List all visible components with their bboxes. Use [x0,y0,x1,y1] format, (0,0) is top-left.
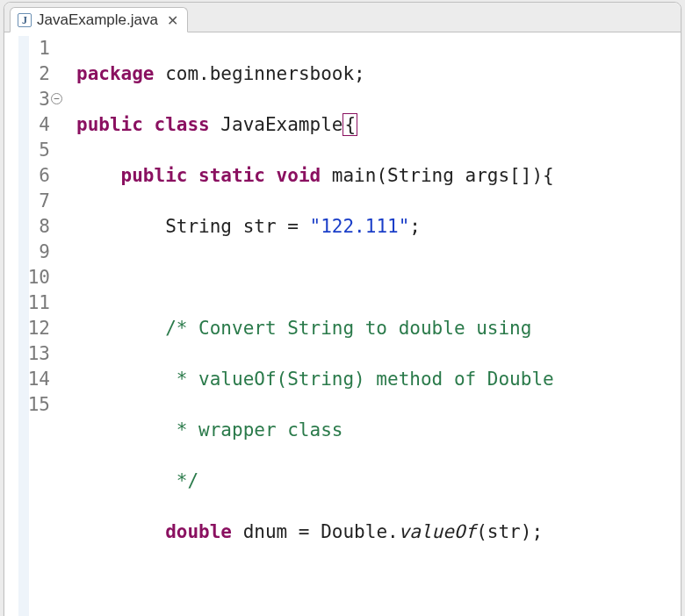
line-number: 15 [18,392,50,418]
close-icon[interactable]: ✕ [167,12,178,29]
code-editor[interactable]: 1 2 3− 4 5 6 7 8 9 10 11 12 13 14 15 pac… [4,32,681,616]
line-number: 4 [18,112,50,138]
line-number: 6 [18,163,50,189]
line-number: 13 [18,341,50,367]
line-number-gutter: 1 2 3− 4 5 6 7 8 9 10 11 12 13 14 15 [18,36,57,616]
line-number: 11 [18,290,50,316]
line-number: 10 [18,265,50,290]
line-number: 7 [18,189,50,214]
code-text[interactable]: package com.beginnersbook; public class … [57,36,598,616]
editor-tab[interactable]: J JavaExample.java ✕ [10,7,188,32]
marker-gutter [4,36,18,616]
line-number: 2 [18,61,50,87]
editor-tab-bar: J JavaExample.java ✕ [4,3,681,32]
line-number: 12 [18,316,50,341]
tab-filename: JavaExample.java [37,11,158,29]
fold-collapse-icon[interactable]: − [51,93,62,104]
line-number: 14 [18,367,50,392]
line-number: 8 [18,214,50,240]
line-number: 5 [18,138,50,163]
line-number: 3− [18,87,50,112]
line-number: 1 [18,36,50,61]
editor-panel: J JavaExample.java ✕ 1 2 3− 4 5 6 7 8 9 … [4,2,681,616]
line-number: 9 [18,240,50,265]
java-file-icon: J [18,13,32,27]
